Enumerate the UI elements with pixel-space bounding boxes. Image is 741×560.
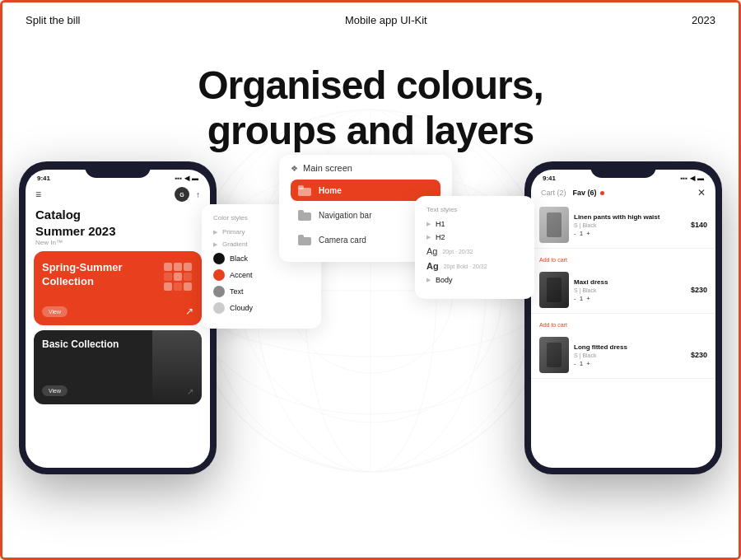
svg-rect-14 bbox=[174, 273, 182, 281]
qty-minus-3[interactable]: - bbox=[574, 360, 576, 367]
product-size-1: S | Black bbox=[574, 222, 686, 228]
banner-spring-summer[interactable]: Spring-Summer Collection View ↗ bbox=[34, 251, 202, 325]
qty-value-3: 1 bbox=[580, 360, 583, 367]
right-signal-icon: ▪▪▪ bbox=[680, 175, 687, 182]
qty-plus-2[interactable]: + bbox=[586, 295, 590, 302]
banner-basic-collection[interactable]: Basic Collection View ↗ bbox=[34, 330, 202, 404]
svg-rect-10 bbox=[164, 263, 172, 271]
dark-banner-image bbox=[152, 330, 202, 404]
share-icon[interactable]: ↑ bbox=[196, 190, 200, 199]
catalog-main-title: Catalog bbox=[35, 207, 200, 223]
product-item-2: Maxi dress S | Black - 1 + $230 bbox=[531, 267, 715, 314]
product-image-3 bbox=[539, 337, 569, 373]
svg-rect-12 bbox=[184, 263, 192, 271]
qty-control-2: - 1 + bbox=[574, 295, 686, 302]
right-status-icons: ▪▪▪ ◀ ▬ bbox=[680, 175, 704, 182]
signal-icon: ▪▪▪ bbox=[175, 175, 182, 182]
svg-rect-11 bbox=[174, 263, 182, 271]
cart-tab[interactable]: Cart (2) bbox=[541, 189, 566, 197]
product-item-1: Linen pants with high waist S | Black - … bbox=[531, 202, 715, 249]
qty-plus-1[interactable]: + bbox=[586, 230, 590, 237]
avatar[interactable]: G bbox=[175, 187, 189, 202]
battery-icon: ▬ bbox=[192, 175, 198, 182]
header-right: 2023 bbox=[692, 14, 715, 26]
banner-pattern bbox=[162, 261, 193, 296]
product-item-3: Long fitted dress S | Black - 1 + $230 bbox=[531, 332, 715, 379]
headline-text: Organised colours, groups and layers bbox=[19, 63, 722, 153]
notch-right bbox=[590, 161, 656, 178]
product-price-area-2: $230 bbox=[691, 286, 707, 294]
product-figure-shape-1 bbox=[547, 212, 562, 237]
svg-rect-18 bbox=[184, 282, 192, 291]
svg-rect-17 bbox=[174, 282, 182, 291]
notch-left bbox=[85, 161, 151, 178]
headline-section: Organised colours, groups and layers bbox=[2, 38, 739, 170]
product-info-2: Maxi dress S | Black - 1 + bbox=[574, 278, 686, 301]
product-figure-3 bbox=[539, 337, 569, 373]
qty-plus-3[interactable]: + bbox=[586, 360, 590, 367]
header-left: Split the bill bbox=[26, 14, 80, 26]
svg-rect-13 bbox=[164, 273, 172, 281]
add-to-cart-2: Add to cart bbox=[531, 314, 715, 332]
svg-rect-16 bbox=[164, 282, 172, 291]
right-time: 9:41 bbox=[543, 175, 556, 182]
qty-control-3: - 1 + bbox=[574, 360, 686, 367]
product-price-2: $230 bbox=[691, 286, 707, 294]
left-nav: ≡ G ↑ bbox=[26, 184, 210, 205]
product-price-1: $140 bbox=[691, 221, 707, 229]
cart-fav-tabs: Cart (2) Fav (6) bbox=[541, 189, 604, 197]
qty-minus-2[interactable]: - bbox=[574, 295, 576, 302]
product-name-3: Long fitted dress bbox=[574, 343, 686, 352]
product-info-3: Long fitted dress S | Black - 1 + bbox=[574, 343, 686, 366]
right-battery-icon: ▬ bbox=[697, 175, 704, 182]
add-to-cart-button-1[interactable]: Add to cart bbox=[539, 257, 567, 263]
product-figure-shape-2 bbox=[547, 278, 562, 302]
left-time: 9:41 bbox=[37, 175, 50, 182]
qty-minus-1[interactable]: - bbox=[574, 230, 576, 237]
product-name-1: Linen pants with high waist bbox=[574, 213, 686, 222]
banner-arrow-icon: ↗ bbox=[185, 306, 193, 317]
fav-indicator bbox=[600, 191, 604, 195]
catalog-season: Summer 2023 bbox=[35, 223, 200, 240]
phones-area: 9:41 ▪▪▪ ◀ ▬ ≡ G ↑ bbox=[2, 161, 739, 474]
add-to-cart-1: Add to cart bbox=[531, 249, 715, 267]
product-info-1: Linen pants with high waist S | Black - … bbox=[574, 213, 686, 236]
product-image-1 bbox=[539, 207, 569, 243]
qty-value-2: 1 bbox=[580, 295, 583, 302]
svg-rect-15 bbox=[184, 273, 192, 281]
banner-view-button[interactable]: View bbox=[42, 306, 68, 317]
cart-fav-header: Cart (2) Fav (6) ✕ bbox=[531, 184, 715, 202]
left-phone: 9:41 ▪▪▪ ◀ ▬ ≡ G ↑ bbox=[19, 161, 217, 474]
product-figure-shape-3 bbox=[547, 343, 562, 367]
right-wifi-icon: ◀ bbox=[690, 175, 695, 182]
product-price-area-3: $230 bbox=[691, 351, 707, 359]
header: Split the bill Mobile app UI-Kit 2023 bbox=[2, 2, 739, 38]
page-container: Split the bill Mobile app UI-Kit 2023 Or… bbox=[2, 2, 739, 558]
product-figure-1 bbox=[539, 207, 569, 243]
left-status-icons: ▪▪▪ ◀ ▬ bbox=[175, 175, 198, 182]
product-name-2: Maxi dress bbox=[574, 278, 686, 287]
close-button[interactable]: ✕ bbox=[697, 187, 706, 198]
qty-control-1: - 1 + bbox=[574, 230, 686, 237]
product-figure-2 bbox=[539, 272, 569, 308]
product-size-3: S | Black bbox=[574, 352, 686, 358]
product-price-area-1: $140 bbox=[691, 221, 707, 229]
header-center: Mobile app UI-Kit bbox=[345, 14, 427, 26]
left-nav-icons: G ↑ bbox=[175, 187, 200, 202]
banner-dark-view-button[interactable]: View bbox=[42, 385, 68, 396]
qty-value-1: 1 bbox=[580, 230, 583, 237]
catalog-new-in: New In™ bbox=[35, 239, 200, 246]
product-price-3: $230 bbox=[691, 351, 707, 359]
wifi-icon: ◀ bbox=[184, 175, 189, 182]
right-phone: 9:41 ▪▪▪ ◀ ▬ Cart (2) Fav (6) bbox=[524, 161, 722, 474]
catalog-title-block: Catalog Summer 2023 New In™ bbox=[26, 205, 210, 251]
product-image-2 bbox=[539, 272, 569, 308]
product-size-2: S | Black bbox=[574, 287, 686, 293]
fav-tab: Fav (6) bbox=[573, 189, 605, 197]
right-phone-screen: 9:41 ▪▪▪ ◀ ▬ Cart (2) Fav (6) bbox=[531, 170, 715, 468]
hamburger-icon[interactable]: ≡ bbox=[35, 189, 41, 200]
left-phone-screen: 9:41 ▪▪▪ ◀ ▬ ≡ G ↑ bbox=[26, 170, 210, 468]
add-to-cart-button-2[interactable]: Add to cart bbox=[539, 322, 567, 328]
banner-orange-text: Spring-Summer Collection bbox=[42, 261, 124, 289]
